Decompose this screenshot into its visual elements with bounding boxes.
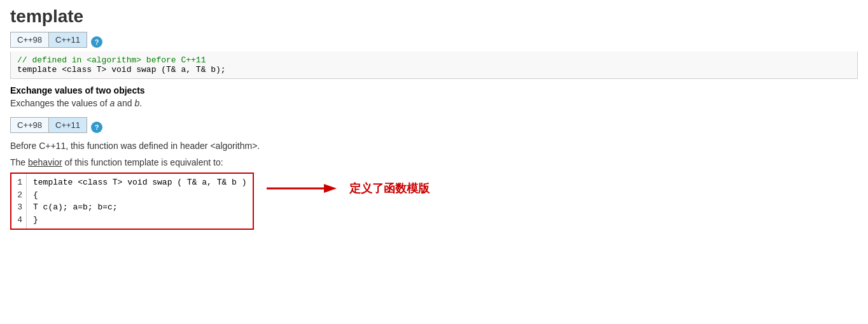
arrow-annotation: 定义了函数模版 — [267, 179, 430, 198]
code-line-n2: { — [33, 189, 246, 202]
line-num-2: 2 — [15, 189, 22, 202]
behavior-underline: behavior — [28, 157, 62, 167]
tab1-cpp98[interactable]: C++98 — [11, 32, 49, 47]
code-line-2: template <class T> void swap (T& a, T& b… — [17, 65, 851, 74]
page-title: template — [10, 6, 858, 27]
code-text: template <class T> void swap (T& a, T& b… — [17, 65, 226, 74]
section-desc: Exchanges the values of a and b. — [10, 98, 858, 108]
tab2-help-icon[interactable]: ? — [91, 122, 102, 133]
tab2-cpp98[interactable]: C++98 — [11, 118, 49, 132]
code-line-n1: template <class T> void swap ( T& a, T& … — [33, 176, 246, 189]
line-num-4: 4 — [15, 214, 22, 227]
line-num-1: 1 — [15, 176, 22, 189]
tab-bar-1: C++98 C++11 — [10, 32, 87, 48]
tab-bar-2: C++98 C++11 — [10, 117, 87, 133]
code-numbered-block: 1 2 3 4 template <class T> void swap ( T… — [10, 173, 254, 230]
line-numbers: 1 2 3 4 — [11, 174, 27, 229]
tab1-cpp11[interactable]: C++11 — [49, 32, 87, 47]
note-text: Before C++11, this function was defined … — [10, 141, 858, 151]
tab1-help-icon[interactable]: ? — [91, 36, 102, 48]
tabs2: C++98 C++11 ? — [10, 117, 858, 137]
behavior-prefix: The — [10, 157, 28, 167]
desc-middle: and — [115, 98, 134, 108]
svg-marker-1 — [324, 184, 337, 193]
code-line-1: // defined in <algorithm> before C++11 — [17, 55, 851, 65]
behavior-suffix: of this function template is equivalent … — [62, 157, 223, 167]
line-num-3: 3 — [15, 201, 22, 214]
desc-prefix: Exchanges the values of — [10, 98, 109, 108]
code-lines: template <class T> void swap ( T& a, T& … — [27, 174, 253, 229]
code-line-n4: } — [33, 214, 246, 227]
section-title: Exchange values of two objects — [10, 85, 858, 95]
tabs1: C++98 C++11 ? — [10, 32, 858, 52]
tab2-cpp11[interactable]: C++11 — [49, 118, 87, 132]
behavior-text: The behavior of this function template i… — [10, 157, 858, 167]
desc-b: b — [134, 98, 139, 108]
arrow-svg — [267, 179, 343, 198]
code-with-lines: 1 2 3 4 template <class T> void swap ( T… — [10, 173, 254, 230]
code-line-n3: T c(a); a=b; b=c; — [33, 201, 246, 214]
annotation-area: 1 2 3 4 template <class T> void swap ( T… — [10, 173, 858, 236]
annotation-text: 定义了函数模版 — [349, 181, 430, 196]
code-comment: // defined in <algorithm> before C++11 — [17, 55, 206, 65]
desc-suffix: . — [139, 98, 142, 108]
code-block-top: // defined in <algorithm> before C++11 t… — [10, 52, 858, 79]
